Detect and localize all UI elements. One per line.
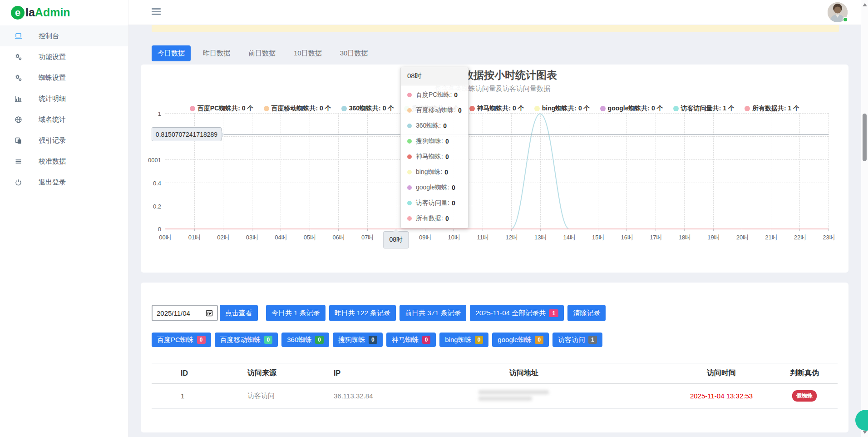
x-tick-label: 10时 [448, 233, 460, 242]
chart-title: 数据按小时统计图表 [463, 68, 557, 82]
x-tick-label: 12时 [506, 233, 518, 242]
series-label: bing蜘蛛: [416, 168, 442, 176]
legend-item[interactable]: 所有数据共: 1 个 [745, 104, 799, 113]
app-logo[interactable]: elaAdmin [0, 0, 128, 25]
tooltip-row: 百度移动蜘蛛: 0 [401, 103, 468, 118]
x-tick-label: 00时 [159, 233, 171, 242]
user-avatar[interactable] [828, 2, 848, 22]
axis-pointer-line [165, 134, 829, 135]
chart-legend: 百度PC蜘蛛共: 0 个 百度移动蜘蛛共: 0 个 360蜘蛛共: 0 个 搜狗… [141, 104, 848, 113]
col-header-id: ID [152, 369, 215, 377]
tab-day-before[interactable]: 前日数据 [242, 45, 281, 61]
series-label: 360蜘蛛: [416, 122, 441, 130]
tooltip-row: 所有数据: 0 [401, 211, 468, 226]
legend-item[interactable]: 神马蜘蛛共: 0 个 [469, 104, 524, 113]
list-icon [14, 157, 23, 166]
date-value: 2025/11/04 [157, 309, 190, 317]
sidebar-item-label: 功能设置 [39, 53, 66, 61]
sidebar-item-calibrate-data[interactable]: 校准数据 [0, 151, 128, 172]
today-count-button[interactable]: 今日共 1 条记录 [266, 305, 326, 321]
table-header-row: ID 访问来源 IP 访问地址 访问时间 判断真伪 [152, 363, 838, 383]
tooltip-row: bing蜘蛛: 0 [401, 164, 468, 180]
online-status-dot [843, 17, 848, 22]
spider-count-button[interactable]: 神马蜘蛛 0 [386, 333, 436, 347]
sidebar-item-stats-detail[interactable]: 统计明细 [0, 88, 128, 109]
spider-count-button[interactable]: 360蜘蛛 0 [281, 333, 329, 347]
sidebar-item-console[interactable]: 控制台 [0, 25, 128, 46]
x-tick-label: 06时 [332, 233, 345, 242]
tooltip-row: 搜狗蜘蛛: 0 [401, 134, 468, 149]
legend-item[interactable]: 百度移动蜘蛛共: 0 个 [264, 104, 331, 113]
spider-count-button[interactable]: 百度移动蜘蛛 0 [215, 333, 278, 347]
clear-records-button[interactable]: 清除记录 [567, 305, 606, 321]
date-input[interactable]: 2025/11/04 [152, 305, 218, 321]
col-header-time: 访问时间 [671, 368, 771, 378]
legend-item[interactable]: 访客访问量共: 1 个 [673, 104, 735, 113]
legend-item[interactable]: google蜘蛛共: 0 个 [600, 104, 663, 113]
sidebar-item-label: 蜘蛛设置 [39, 74, 66, 82]
y-axis-pointer-label: 0.8150707241718289 [152, 127, 222, 141]
spider-count-button[interactable]: bing蜘蛛 0 [439, 333, 488, 347]
logo-text-green: Admin [35, 6, 70, 19]
sidebar-item-function-settings[interactable]: 功能设置 [0, 46, 128, 67]
x-tick-label: 17时 [650, 233, 662, 242]
y-tick-label: 0.4 [153, 180, 161, 187]
notice-bar [152, 24, 839, 32]
view-button[interactable]: 点击查看 [220, 305, 258, 321]
calendar-icon[interactable] [206, 309, 213, 317]
series-value: 0 [458, 107, 462, 114]
spider-count-button[interactable]: google蜘蛛 0 [492, 333, 549, 347]
tooltip-row: 百度PC蜘蛛: 0 [401, 87, 468, 103]
day-before-count-button[interactable]: 前日共 371 条记录 [399, 305, 466, 321]
sidebar-item-label: 校准数据 [39, 157, 66, 166]
series-dot [407, 108, 412, 113]
spider-count-buttons: 百度PC蜘蛛 0 百度移动蜘蛛 0 360蜘蛛 0 搜狗蜘蛛 0 神马蜘蛛 0 … [152, 333, 838, 347]
hamburger-menu-icon[interactable] [152, 8, 161, 16]
legend-item[interactable]: 百度PC蜘蛛共: 0 个 [190, 104, 254, 113]
legend-label: google蜘蛛共: 0 个 [608, 104, 663, 113]
globe-icon [14, 115, 23, 124]
legend-dot [600, 106, 606, 111]
spider-count-badge: 0 [315, 336, 324, 344]
page-scrollbar[interactable] [861, 0, 868, 437]
tab-yesterday[interactable]: 昨日数据 [197, 45, 236, 61]
all-records-label: 2025-11-04 全部记录共 [475, 309, 546, 318]
x-tick-label: 23时 [823, 233, 835, 242]
spider-count-badge: 1 [588, 336, 597, 344]
sidebar-item-spider-settings[interactable]: 蜘蛛设置 [0, 67, 128, 88]
sidebar-item-domain-stats[interactable]: 域名统计 [0, 109, 128, 130]
scrollbar-thumb[interactable] [863, 114, 867, 161]
series-label: 百度PC蜘蛛: [416, 91, 452, 99]
legend-label: 所有数据共: 1 个 [752, 104, 799, 113]
sidebar-item-label: 强引记录 [39, 136, 66, 145]
logo-text-dark: la [25, 6, 35, 19]
legend-item[interactable]: bing蜘蛛共: 0 个 [534, 104, 590, 113]
spider-count-button[interactable]: 搜狗蜘蛛 0 [333, 333, 383, 347]
series-dot [407, 139, 412, 144]
scroll-down-arrow-icon[interactable] [863, 431, 867, 434]
x-tick-label: 03时 [246, 233, 258, 242]
x-tick-label: 16时 [621, 233, 633, 242]
tooltip-rows: 百度PC蜘蛛: 0 百度移动蜘蛛: 0 360蜘蛛: 0 搜狗蜘蛛: 0 神马蜘… [401, 85, 468, 228]
tab-10-days[interactable]: 10日数据 [288, 45, 328, 61]
spider-count-button[interactable]: 百度PC蜘蛛 0 [152, 333, 211, 347]
gears-icon [14, 52, 23, 61]
spider-count-label: google蜘蛛 [498, 336, 532, 344]
scroll-up-arrow-icon[interactable] [863, 3, 867, 6]
tab-today[interactable]: 今日数据 [152, 45, 191, 61]
series-value: 0 [443, 122, 447, 129]
x-tick-label: 20时 [736, 233, 749, 242]
legend-item[interactable]: 360蜘蛛共: 0 个 [341, 104, 395, 113]
spider-count-badge: 0 [535, 336, 543, 344]
all-records-button[interactable]: 2025-11-04 全部记录共 1 [470, 305, 564, 321]
cell-id: 1 [152, 392, 215, 400]
sidebar-item-logout[interactable]: 退出登录 [0, 172, 128, 193]
series-dot [407, 154, 412, 159]
spider-count-button[interactable]: 访客访问 1 [552, 333, 602, 347]
sidebar-item-force-index[interactable]: 强引记录 [0, 130, 128, 151]
yesterday-count-button[interactable]: 昨日共 122 条记录 [329, 305, 396, 321]
records-card: 2025/11/04 点击查看 今日共 1 条记录 昨日共 122 条记录 前日… [141, 283, 848, 432]
tab-30-days[interactable]: 30日数据 [334, 45, 374, 61]
y-tick-label: 0 [158, 226, 161, 233]
chart-plot-area[interactable]: 1 0.8 0001 0.4 0.2 0 00时 01时 02时 03时 04时… [165, 113, 829, 229]
